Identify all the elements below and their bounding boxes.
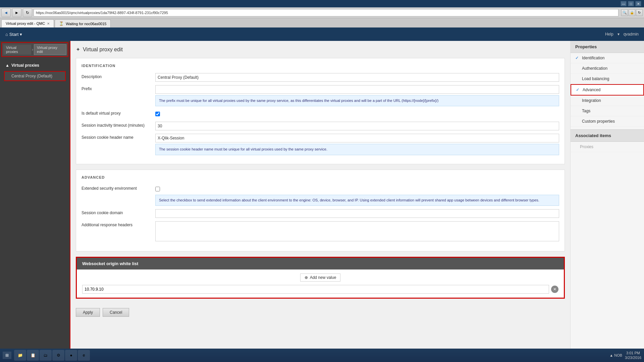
extended-security-row: Extended security environment Select the… [82, 185, 559, 206]
identification-header: IDENTIFICATION [82, 64, 559, 69]
refresh-btn[interactable]: ↻ [23, 8, 32, 17]
tab-label-2: Waiting for noc06as0015 [66, 22, 106, 26]
start-label: Start [9, 32, 18, 37]
prop-authentication[interactable]: Authentication [571, 63, 644, 74]
close-btn[interactable]: ✕ [635, 1, 641, 6]
delete-icon: ✕ [553, 287, 556, 292]
address-text: https://noc06as0015/qmc/virtualproxies/1… [36, 11, 168, 15]
taskbar-start-btn[interactable]: ⊞ [3, 352, 11, 359]
websocket-section: Websocket origin white list ⊕ Add new va… [76, 257, 565, 299]
start-arrow: ▾ [20, 32, 22, 37]
prefix-label: Prefix [82, 85, 155, 91]
taskbar-ie[interactable]: e [78, 350, 90, 361]
prop-check-advanced: ✓ [576, 87, 581, 92]
taskbar-folder[interactable]: 🗂 [40, 350, 52, 361]
tab-icon: ⏳ [59, 21, 64, 26]
prop-advanced[interactable]: ✓ Advanced [571, 84, 644, 96]
breadcrumb: Virtual proxies › Virtual proxy edit [1, 42, 68, 57]
search-icon[interactable]: 🔍 [621, 9, 628, 16]
apply-button[interactable]: Apply [76, 308, 100, 317]
tab-close-1[interactable]: ✕ [47, 22, 50, 25]
assoc-proxies[interactable]: Proxies [571, 142, 644, 152]
minimize-btn[interactable]: — [621, 1, 627, 6]
cookie-header-row: Session cookie header name The session c… [82, 134, 559, 155]
sidebar-item-central-proxy[interactable]: Central Proxy (Default) [4, 71, 66, 81]
timeout-row: Session inactivity timeout (minutes) [82, 122, 559, 130]
page-title-row: ✦ Virtual proxy edit [76, 46, 565, 53]
add-new-value-btn[interactable]: ⊕ Add new value [300, 274, 341, 282]
websocket-header: Websocket origin white list [77, 258, 564, 269]
cookie-domain-label: Session cookie domain [82, 209, 155, 215]
cancel-button[interactable]: Cancel [103, 308, 129, 317]
address-box[interactable]: https://noc06as0015/qmc/virtualproxies/1… [34, 9, 619, 16]
section-label: Virtual proxies [11, 63, 39, 68]
title-bar: — □ ✕ [0, 0, 644, 7]
taskbar-chrome[interactable]: ● [65, 350, 77, 361]
sidebar-section-header[interactable]: ▲ Virtual proxies [3, 61, 67, 70]
prop-load-balancing[interactable]: Load balancing [571, 74, 644, 84]
timeout-input[interactable] [155, 122, 559, 130]
taskbar-time: 3:01 PM [625, 351, 641, 355]
response-headers-textarea[interactable] [155, 221, 559, 241]
default-proxy-row: Is default virtual proxy [82, 110, 559, 118]
add-icon: ⊕ [305, 275, 308, 280]
breadcrumb-separator: › [32, 47, 33, 52]
tab-virtual-proxy[interactable]: Virtual proxy edit - QMC ✕ [1, 19, 54, 27]
breadcrumb-edit[interactable]: Virtual proxy edit [34, 44, 66, 55]
default-proxy-checkbox[interactable] [155, 112, 160, 116]
breadcrumb-virtual-proxies[interactable]: Virtual proxies [3, 45, 31, 55]
prefix-row: Prefix The prefix must be unique for all… [82, 85, 559, 106]
action-buttons: Apply Cancel [76, 304, 565, 321]
websocket-body: ⊕ Add new value ✕ [77, 269, 564, 298]
advanced-header: ADVANCED [82, 175, 559, 181]
taskbar-terminal[interactable]: 📋 [27, 350, 39, 361]
cookie-header-hint: The session cookie header name must be u… [155, 144, 559, 155]
page-title-icon: ✦ [76, 46, 80, 53]
websocket-delete-btn[interactable]: ✕ [551, 286, 558, 293]
help-label[interactable]: Help [605, 32, 613, 37]
prop-identification[interactable]: ✓ Identification [571, 53, 644, 63]
taskbar-system-tray: ▲ NOB [609, 353, 622, 357]
cookie-domain-row: Session cookie domain [82, 209, 559, 218]
prefix-hint: The prefix must be unique for all virtua… [155, 95, 559, 106]
cookie-header-input[interactable] [155, 134, 559, 142]
taskbar-date: 3/23/2016 [625, 355, 641, 360]
maximize-btn[interactable]: □ [628, 1, 634, 6]
prefix-input[interactable] [155, 85, 559, 94]
page-title: Virtual proxy edit [83, 47, 123, 53]
back-btn[interactable]: ◄ [1, 8, 11, 17]
taskbar-settings[interactable]: ⚙ [52, 350, 64, 361]
extended-security-checkbox[interactable] [155, 187, 160, 191]
user-label[interactable]: qvadmin [624, 32, 639, 37]
tab-waiting[interactable]: ⏳ Waiting for noc06as0015 [55, 19, 111, 27]
help-arrow: ▾ [618, 32, 620, 37]
extended-security-label: Extended security environment [82, 185, 155, 191]
description-input[interactable] [155, 73, 559, 82]
content-area: ✦ Virtual proxy edit IDENTIFICATION Desc… [70, 41, 570, 349]
identification-section: IDENTIFICATION Description Prefix The pr… [76, 58, 565, 164]
taskbar: ⊞ 📁 📋 🗂 ⚙ ● e ▲ NOB 3:01 PM 3/23/2016 [0, 349, 644, 362]
forward-btn[interactable]: ► [12, 8, 21, 17]
taskbar-items: 📁 📋 🗂 ⚙ ● e [14, 350, 609, 361]
properties-panel: Properties ✓ Identification Authenticati… [570, 41, 644, 349]
taskbar-explorer[interactable]: 📁 [14, 350, 26, 361]
home-icon: ⌂ [5, 32, 8, 37]
prop-integration[interactable]: Integration [571, 96, 644, 106]
start-button[interactable]: ⌂ Start ▾ [5, 32, 22, 37]
refresh-icon[interactable]: ↻ [636, 9, 643, 16]
taskbar-clock: 3:01 PM 3/23/2016 [625, 351, 641, 360]
tab-label-1: Virtual proxy edit - QMC [6, 21, 45, 25]
default-proxy-label: Is default virtual proxy [82, 110, 155, 116]
websocket-value-input[interactable] [82, 285, 549, 294]
cookie-domain-input[interactable] [155, 209, 559, 218]
websocket-entry-0: ✕ [82, 285, 558, 294]
description-label: Description [82, 73, 155, 79]
address-bar-row: ◄ ► ↻ https://noc06as0015/qmc/virtualpro… [0, 7, 644, 18]
tabs-row: Virtual proxy edit - QMC ✕ ⏳ Waiting for… [0, 18, 644, 27]
prop-custom-properties[interactable]: Custom properties [571, 116, 644, 127]
prop-tags[interactable]: Tags [571, 106, 644, 116]
description-row: Description [82, 73, 559, 82]
title-bar-controls[interactable]: — □ ✕ [621, 1, 641, 6]
lock-icon[interactable]: 🔒 [629, 9, 635, 16]
app-header: ⌂ Start ▾ Help ▾ qvadmin [0, 27, 644, 41]
